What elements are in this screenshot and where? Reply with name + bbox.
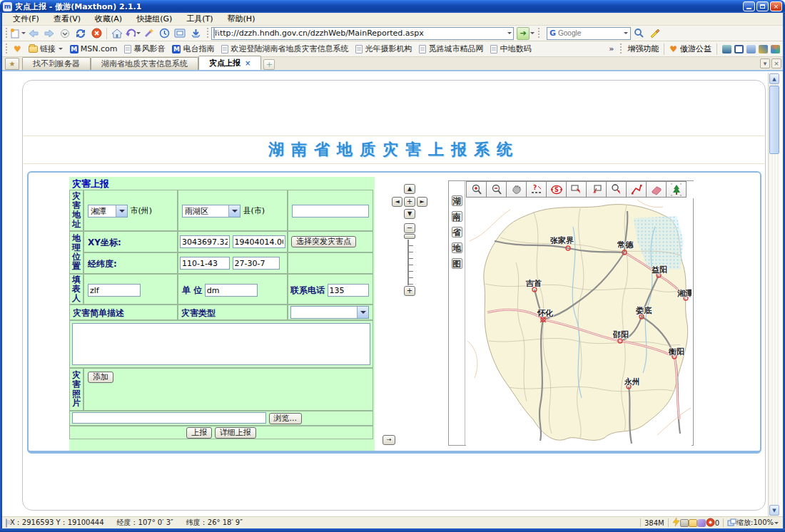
tab-server-not-found[interactable]: 找不到服务器 [22, 57, 91, 70]
close-button[interactable]: × [770, 1, 782, 11]
x-coordinate-input[interactable] [180, 235, 230, 248]
menu-tools[interactable]: 工具(T) [180, 12, 219, 26]
city-select[interactable]: 湘潭 [88, 205, 128, 218]
menu-favorites[interactable]: 收藏(A) [88, 12, 128, 26]
scroll-thumb[interactable] [769, 86, 779, 154]
grid-icon[interactable] [771, 45, 780, 53]
full-extent-icon[interactable] [666, 181, 687, 198]
url-dropdown-icon[interactable] [507, 32, 512, 36]
menu-groups[interactable]: 快捷组(G) [130, 12, 178, 26]
select-rect-alt-icon[interactable] [586, 181, 607, 198]
menu-help[interactable]: 帮助(H) [221, 12, 262, 26]
address-bar[interactable] [211, 27, 514, 40]
zoom-out-step-button[interactable]: − [404, 223, 415, 233]
back-button[interactable] [26, 26, 41, 41]
zoom-dropdown-icon[interactable] [774, 522, 779, 526]
bookmarks-overflow-button[interactable]: » [609, 44, 614, 53]
boost-icon[interactable] [672, 518, 680, 528]
printer-icon[interactable] [680, 519, 689, 527]
zoom-slider-track[interactable] [406, 240, 413, 285]
tab-disaster-report[interactable]: 灾点上报 × [198, 56, 261, 70]
window-icon[interactable] [734, 45, 744, 53]
undo-button[interactable] [125, 26, 141, 41]
charity-button[interactable]: 傲游公益 [680, 44, 711, 54]
zoom-out-icon[interactable] [486, 181, 507, 198]
skin-icon[interactable] [759, 45, 768, 53]
pan-right-button[interactable]: ► [417, 197, 427, 207]
home-button[interactable] [109, 26, 125, 41]
bookmark-baofeng[interactable]: 暴风影音 [121, 42, 168, 56]
zoom-in-step-button[interactable]: + [404, 286, 415, 296]
scale-icon[interactable]: S [546, 181, 567, 198]
file-path-input[interactable] [72, 412, 266, 424]
pan-center-button[interactable]: + [404, 197, 415, 207]
county-select[interactable]: 雨湖区 [182, 205, 240, 218]
search-engine-dropdown-icon[interactable] [624, 32, 628, 36]
favorites-heart-button[interactable]: ♥ [10, 44, 25, 55]
history-dropdown-button[interactable] [57, 26, 73, 41]
pick-disaster-point-button[interactable]: 选择突发灾害点 [291, 236, 356, 247]
reporter-name-input[interactable] [88, 284, 141, 297]
zoom-slider-handle[interactable] [404, 234, 415, 239]
pan-left-button[interactable]: ◄ [392, 197, 402, 207]
history-clock-button[interactable] [156, 26, 172, 41]
url-input[interactable] [215, 29, 507, 38]
highlight-button[interactable] [647, 26, 662, 41]
longitude-input[interactable] [180, 257, 230, 270]
popup-blocker-icon[interactable] [706, 518, 715, 528]
bookmark-milu-city[interactable]: 觅路城市精品网 [415, 42, 487, 56]
refresh-button[interactable] [73, 26, 88, 41]
enhance-button[interactable]: 增强功能 [627, 44, 659, 54]
pan-down-button[interactable]: ▼ [404, 209, 415, 219]
y-coordinate-input[interactable] [233, 235, 285, 248]
restore-button[interactable] [756, 1, 769, 11]
pages-icon[interactable] [746, 45, 756, 53]
menu-file[interactable]: 文件(F) [6, 12, 46, 26]
address-detail-input[interactable] [292, 205, 369, 218]
new-page-button[interactable] [10, 26, 26, 41]
new-tab-button[interactable]: + [263, 59, 275, 70]
scroll-up-button[interactable]: ▲ [769, 73, 779, 84]
report-button[interactable]: 上报 [186, 427, 212, 439]
zoom-control[interactable]: 缩放:100% [736, 518, 774, 528]
scroll-down-button[interactable]: ▼ [769, 505, 779, 516]
bookmark-radio-guide[interactable]: M 电台指南 [168, 42, 218, 56]
tab-hunan-info-system[interactable]: 湖南省地质灾害信息系统 [91, 57, 198, 70]
title-bar[interactable]: m 灾点上报 - 傲游(Maxthon) 2.1.1 × [0, 0, 785, 13]
measure-distance-icon[interactable]: ? [526, 181, 547, 198]
bookmark-zhongdi[interactable]: 中地数码 [487, 42, 535, 56]
tab-list-button[interactable]: ▾ [760, 58, 770, 68]
tab-star-button[interactable]: ★ [5, 58, 19, 70]
proxy-icon[interactable] [697, 519, 706, 527]
detail-report-button[interactable]: 详细上报 [215, 427, 256, 439]
go-button[interactable]: ➔ [517, 27, 530, 40]
page-scrollbar[interactable]: ▲ ▼ [768, 73, 779, 516]
search-box[interactable]: G [547, 27, 631, 40]
search-input[interactable] [558, 29, 623, 37]
pan-up-button[interactable]: ▲ [404, 184, 415, 194]
forward-button[interactable] [41, 26, 57, 41]
frame-link-button[interactable] [172, 26, 188, 41]
eraser-icon[interactable] [646, 181, 667, 198]
tab-close-icon[interactable]: × [245, 59, 250, 67]
go-dropdown-icon[interactable] [530, 32, 535, 36]
add-photo-button[interactable]: 添加 [88, 372, 113, 383]
disaster-type-select[interactable] [290, 306, 369, 319]
latitude-input[interactable] [233, 257, 280, 270]
minimize-button[interactable] [743, 1, 755, 11]
stop-button[interactable] [88, 26, 104, 41]
select-rect-icon[interactable] [566, 181, 587, 198]
unit-input[interactable] [205, 284, 258, 297]
pan-icon[interactable] [506, 181, 527, 198]
search-button[interactable] [631, 26, 647, 41]
bookmark-hunan-disaster-system[interactable]: 欢迎登陆湖南省地质灾害信息系统 [218, 42, 352, 56]
menu-view[interactable]: 查看(V) [47, 12, 87, 26]
zoom-in-icon[interactable] [466, 181, 487, 198]
links-folder-button[interactable]: 链接 [25, 42, 66, 56]
magic-wand-button[interactable] [141, 26, 156, 41]
phone-input[interactable] [328, 284, 369, 297]
map-canvas[interactable]: 张家界 常德 益阳 吉首 湘潭 怀化 娄底 邵阳 衡阳 永州 [466, 198, 692, 446]
select-circle-icon[interactable] [606, 181, 627, 198]
messenger-icon[interactable] [722, 45, 731, 53]
browse-button[interactable]: 浏览... [269, 413, 303, 424]
